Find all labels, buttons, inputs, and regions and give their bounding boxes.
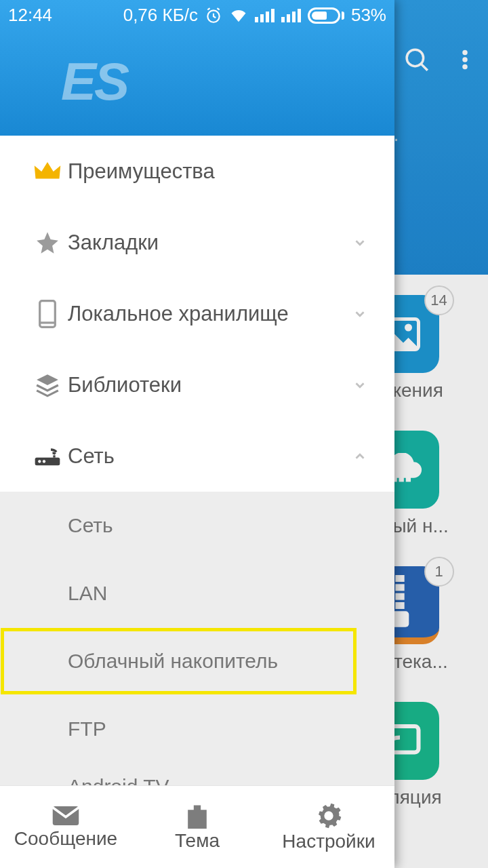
sidebar-item-local-storage[interactable]: Локальное хранилище: [0, 278, 394, 349]
sub-item-android-tv[interactable]: Android TV: [0, 763, 394, 785]
router-icon: [27, 446, 68, 467]
signal-icon-2: [281, 9, 301, 22]
status-net-speed: 0,76 КБ/с: [123, 5, 198, 26]
sidebar-item-libraries[interactable]: Библиотеки: [0, 349, 394, 420]
svg-point-21: [38, 460, 41, 462]
star-icon: [27, 230, 68, 256]
tab-theme[interactable]: Тема: [131, 786, 263, 868]
battery-icon: [308, 7, 344, 24]
theme-icon: [183, 803, 211, 829]
es-logo: ES: [61, 51, 127, 113]
mail-icon: [52, 805, 80, 827]
status-time: 12:44: [8, 5, 52, 26]
sidebar-item-network[interactable]: Сеть: [0, 420, 394, 492]
sub-item-lan[interactable]: LAN: [0, 559, 394, 627]
chevron-up-icon: [352, 449, 367, 464]
chevron-down-icon: [352, 307, 367, 321]
status-battery-pct: 53%: [351, 5, 386, 26]
sub-item-network[interactable]: Сеть: [0, 492, 394, 559]
crown-icon: [27, 160, 68, 183]
network-submenu: Сеть LAN Облачный накопитель FTP Android…: [0, 492, 394, 785]
signal-icon: [255, 9, 274, 22]
chevron-down-icon: [352, 235, 367, 250]
status-bar: 12:44 0,76 КБ/с 53%: [0, 0, 394, 31]
chevron-down-icon: [352, 378, 367, 393]
gear-icon: [315, 802, 342, 829]
sidebar-item-bookmarks[interactable]: Закладки: [0, 207, 394, 278]
drawer-header: 12:44 0,76 КБ/с 53% ES: [0, 0, 394, 136]
svg-point-22: [43, 460, 45, 462]
sub-item-ftp[interactable]: FTP: [0, 695, 394, 763]
drawer-bottom-tabs: Сообщение Тема Настройки: [0, 785, 394, 868]
navigation-drawer: 12:44 0,76 КБ/с 53% ES: [0, 0, 394, 868]
device-icon: [27, 300, 68, 328]
layers-icon: [27, 372, 68, 398]
tab-message[interactable]: Сообщение: [0, 786, 131, 868]
alarm-icon: [205, 7, 222, 24]
sub-item-cloud-storage[interactable]: Облачный накопитель: [0, 627, 357, 695]
tab-settings[interactable]: Настройки: [263, 786, 394, 868]
sidebar-item-premium[interactable]: Преимущества: [0, 136, 394, 207]
wifi-icon: [229, 7, 248, 24]
